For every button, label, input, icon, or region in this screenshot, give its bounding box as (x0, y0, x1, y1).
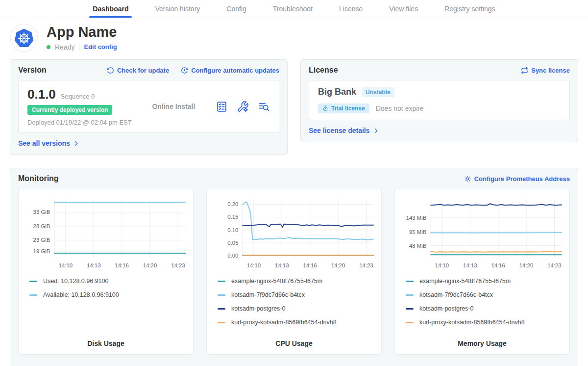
legend-item: kurl-proxy-kotsadm-8569fb6454-dnvh8 (406, 319, 564, 326)
legend-swatch (218, 294, 225, 296)
trial-license-badge: Trial license (318, 104, 369, 113)
legend-item: example-nginx-54f8f76755-l675m (218, 278, 376, 285)
legend-swatch (29, 281, 37, 282)
status-dot (47, 45, 50, 49)
install-type-label: Online Install (152, 103, 195, 110)
svg-text:14:16: 14:16 (303, 262, 317, 268)
svg-text:0.00: 0.00 (227, 253, 238, 259)
legend-swatch (406, 294, 414, 296)
license-name: Big Bank (318, 87, 356, 97)
deployed-timestamp: Deployed 01/19/22 @ 02:04 pm EST (27, 119, 132, 126)
svg-text:14:13: 14:13 (463, 262, 477, 268)
svg-text:14:16: 14:16 (115, 262, 128, 268)
svg-text:143 MiB: 143 MiB (406, 215, 427, 221)
legend-swatch (218, 281, 225, 282)
svg-text:14:23: 14:23 (359, 262, 373, 268)
page-title: App Name (47, 25, 117, 40)
chart-title: Memory Usage (400, 340, 564, 348)
top-nav: Dashboard Version history Config Trouble… (0, 0, 588, 18)
nav-tab-license[interactable]: License (326, 0, 376, 18)
legend-item: kotsadm-postgres-0 (406, 305, 564, 312)
svg-text:0.20: 0.20 (227, 201, 238, 207)
config-wrench-icon[interactable] (237, 101, 249, 113)
license-panel: Big Bank Unstable Trial license Does n (309, 80, 570, 120)
nav-tab-config[interactable]: Config (213, 0, 259, 18)
gear-icon (464, 175, 471, 183)
legend-label: kotsadm-7f9dc7d66c-b4tcx (231, 291, 305, 298)
view-logs-icon[interactable] (258, 101, 270, 113)
nav-tab-registry-settings[interactable]: Registry settings (431, 0, 508, 18)
legend-label: kotsadm-postgres-0 (231, 305, 285, 312)
configure-automatic-updates-label: Configure automatic updates (191, 67, 279, 74)
nav-tab-dashboard[interactable]: Dashboard (79, 0, 142, 18)
monitoring-title: Monitoring (18, 174, 59, 183)
legend-label: example-nginx-54f8f76755-l675m (231, 278, 322, 285)
svg-text:95 MiB: 95 MiB (409, 229, 426, 235)
clock-refresh-icon (181, 67, 188, 74)
current-version-panel: 0.1.0 Sequence 0 Currently deployed vers… (18, 80, 279, 133)
legend-label: kurl-proxy-kotsadm-8569fb6454-dnvh8 (419, 319, 525, 326)
legend-swatch (29, 294, 37, 296)
see-all-versions-link[interactable]: See all versions (18, 139, 79, 147)
check-for-update-button[interactable]: Check for update (107, 67, 169, 74)
chevron-right-icon (73, 140, 79, 147)
preflight-checks-icon[interactable] (216, 101, 228, 113)
chart-title: CPU Usage (212, 340, 376, 348)
refresh-icon (107, 67, 114, 74)
nav-tab-troubleshoot[interactable]: Troubleshoot (260, 0, 326, 18)
legend-label: kurl-proxy-kotsadm-8569fb6454-dnvh8 (231, 319, 337, 326)
version-card: Version Check for update (10, 59, 288, 155)
svg-text:14:13: 14:13 (87, 262, 100, 268)
configure-prometheus-label: Configure Prometheus Address (474, 175, 570, 183)
divider (79, 43, 79, 51)
nav-tab-version-history[interactable]: Version history (142, 0, 213, 18)
disk-usage-chart: 19 GiB23 GiB28 GiB33 GiB14:1014:1314:161… (24, 194, 188, 274)
svg-text:23 GiB: 23 GiB (33, 237, 50, 243)
svg-text:0.15: 0.15 (227, 214, 238, 220)
svg-text:14:13: 14:13 (275, 262, 289, 268)
svg-text:14:20: 14:20 (519, 262, 533, 268)
svg-text:48 MiB: 48 MiB (409, 243, 426, 249)
license-expiration: Does not expire (376, 105, 424, 112)
memory-usage-legend: example-nginx-54f8f76755-l675mkotsadm-7f… (406, 278, 564, 326)
sync-icon (521, 67, 528, 74)
svg-text:14:23: 14:23 (171, 262, 185, 268)
chart-title: Disk Usage (24, 340, 188, 348)
legend-item: kotsadm-7f9dc7d66c-b4tcx (218, 291, 376, 298)
trial-license-label: Trial license (331, 105, 365, 112)
configure-automatic-updates-button[interactable]: Configure automatic updates (181, 67, 279, 74)
legend-swatch (218, 322, 225, 323)
cpu-usage-chart-card: 0.000.050.100.150.2014:1014:1314:1614:20… (206, 189, 382, 355)
legend-swatch (406, 281, 414, 282)
see-license-details-label: See license details (309, 127, 370, 134)
sync-license-button[interactable]: Sync license (521, 67, 570, 74)
see-license-details-link[interactable]: See license details (309, 127, 379, 134)
dashboard-page: App Name Ready Edit config Version (0, 24, 588, 366)
nav-tab-view-files[interactable]: View files (376, 0, 431, 18)
version-sequence: Sequence 0 (61, 93, 95, 100)
channel-badge: Unstable (362, 87, 394, 97)
memory-usage-chart: 48 MiB95 MiB143 MiB14:1014:1314:1614:201… (400, 194, 564, 274)
svg-text:14:10: 14:10 (59, 262, 73, 268)
disk-usage-chart-card: 19 GiB23 GiB28 GiB33 GiB14:1014:1314:161… (18, 189, 194, 355)
legend-item: Used: 10.128.0.96:9100 (29, 278, 188, 285)
legend-label: kotsadm-postgres-0 (419, 305, 473, 312)
cpu-usage-legend: example-nginx-54f8f76755-l675mkotsadm-7f… (218, 278, 376, 326)
legend-item: kotsadm-7f9dc7d66c-b4tcx (406, 291, 564, 298)
monitoring-card: Monitoring Configure Prometheus Address … (10, 168, 578, 366)
cpu-usage-chart: 0.000.050.100.150.2014:1014:1314:1614:20… (212, 194, 376, 274)
deployed-version-badge: Currently deployed version (27, 105, 112, 115)
legend-item: Available: 10.128.0.96:9100 (29, 291, 188, 298)
edit-config-link[interactable]: Edit config (84, 43, 117, 51)
license-card: License Sync license Big Bank Unstable (300, 59, 578, 142)
sync-license-label: Sync license (531, 67, 570, 74)
version-number: 0.1.0 (27, 87, 56, 102)
svg-text:14:20: 14:20 (143, 262, 157, 268)
legend-label: kotsadm-7f9dc7d66c-b4tcx (419, 291, 493, 298)
svg-text:14:10: 14:10 (247, 262, 261, 268)
svg-text:14:20: 14:20 (331, 262, 345, 268)
disk-usage-legend: Used: 10.128.0.96:9100Available: 10.128.… (29, 278, 188, 298)
chevron-right-icon (373, 128, 379, 134)
configure-prometheus-button[interactable]: Configure Prometheus Address (464, 175, 570, 183)
svg-text:14:23: 14:23 (547, 262, 561, 268)
